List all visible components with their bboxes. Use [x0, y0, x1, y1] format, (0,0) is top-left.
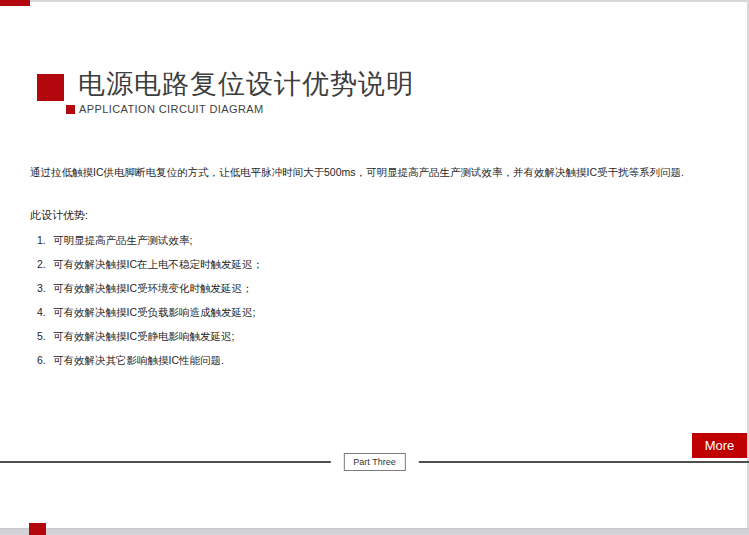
- list-item-text: 可有效解决触摸IC受环境变化时触发延迟；: [53, 276, 253, 300]
- part-label-wrap: Part Three: [330, 451, 418, 469]
- list-item: 6. 可有效解决其它影响触摸IC性能问题.: [37, 348, 457, 372]
- list-item: 2. 可有效解决触摸IC在上电不稳定时触发延迟；: [37, 252, 457, 276]
- title-red-square-icon: [37, 74, 64, 101]
- list-item: 5. 可有效解决触摸IC受静电影响触发延迟;: [37, 324, 457, 348]
- list-item-number: 6.: [37, 348, 53, 372]
- part-label: Part Three: [343, 453, 405, 471]
- list-item: 1. 可明显提高产品生产测试效率;: [37, 228, 457, 252]
- window-edge-bottom: [0, 528, 749, 535]
- list-item-text: 可有效解决触摸IC受负载影响造成触发延迟;: [53, 300, 255, 324]
- list-item-text: 可有效解决触摸IC受静电影响触发延迟;: [53, 324, 234, 348]
- advantages-heading: 此设计优势:: [30, 208, 88, 223]
- subtitle: APPLICATION CIRCUIT DIAGRAM: [79, 102, 264, 116]
- list-item-text: 可明显提高产品生产测试效率;: [53, 228, 192, 252]
- list-item: 4. 可有效解决触摸IC受负载影响造成触发延迟;: [37, 300, 457, 324]
- advantages-list: 1. 可明显提高产品生产测试效率; 2. 可有效解决触摸IC在上电不稳定时触发延…: [37, 228, 457, 372]
- subtitle-red-square-icon: [66, 105, 75, 114]
- list-item-number: 3.: [37, 276, 53, 300]
- list-item-number: 4.: [37, 300, 53, 324]
- red-accent-square-bottom-left: [29, 523, 46, 535]
- list-item-number: 2.: [37, 252, 53, 276]
- more-button[interactable]: More: [692, 433, 747, 458]
- list-item-number: 1.: [37, 228, 53, 252]
- list-item: 3. 可有效解决触摸IC受环境变化时触发延迟；: [37, 276, 457, 300]
- intro-paragraph: 通过拉低触摸IC供电脚断电复位的方式，让低电平脉冲时间大于500ms，可明显提高…: [30, 165, 720, 180]
- list-item-text: 可有效解决触摸IC在上电不稳定时触发延迟；: [53, 252, 263, 276]
- page-title: 电源电路复位设计优势说明: [78, 68, 414, 100]
- slide: 电源电路复位设计优势说明 APPLICATION CIRCUIT DIAGRAM…: [0, 0, 749, 535]
- red-accent-bar-top-left: [0, 0, 30, 6]
- list-item-text: 可有效解决其它影响触摸IC性能问题.: [53, 348, 224, 372]
- list-item-number: 5.: [37, 324, 53, 348]
- window-edge-top: [0, 0, 749, 2]
